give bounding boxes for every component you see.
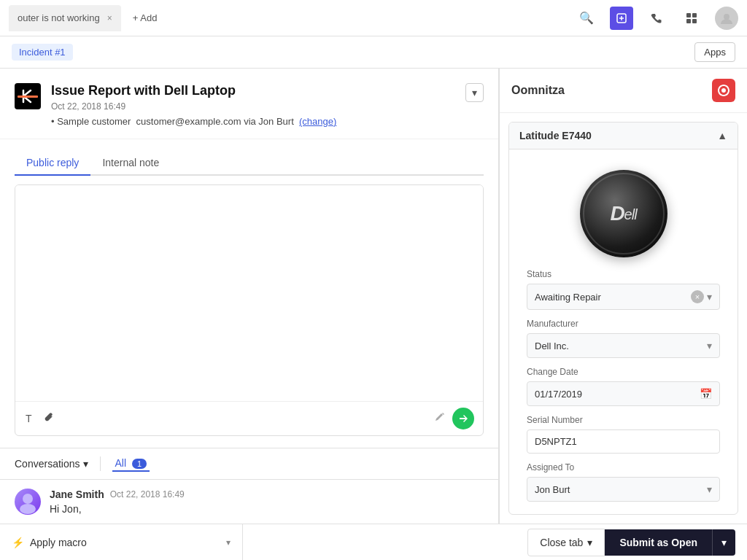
conversations-chevron: ▾	[83, 458, 88, 470]
change-date-value: 01/17/2019	[535, 389, 700, 400]
phone-icon[interactable]	[645, 7, 668, 30]
customer-email: customer@example.com via Jon Burt	[136, 116, 294, 127]
manufacturer-value: Dell Inc.	[535, 341, 707, 351]
message-item: Jane Smith Oct 22, 2018 16:49 Hi Jon,	[0, 480, 498, 524]
ticket-dropdown[interactable]: ▾	[465, 83, 484, 102]
svg-rect-6	[692, 19, 697, 23]
conversations-bar: Conversations ▾ All 1	[0, 448, 498, 480]
calendar-icon[interactable]: 📅	[700, 388, 712, 400]
dell-logo-container: Dell	[518, 158, 729, 269]
dell-ring	[583, 173, 665, 254]
apps-button[interactable]: Apps	[694, 42, 735, 62]
submit-chevron[interactable]: ▾	[712, 529, 735, 556]
search-icon[interactable]: 🔍	[575, 7, 598, 30]
sender-avatar	[15, 489, 41, 515]
ticket-info: Issue Report with Dell Laptop Oct 22, 20…	[51, 83, 455, 127]
reply-box: T	[15, 184, 484, 436]
nav-icons-group: 🔍	[575, 7, 738, 30]
dell-logo: Dell	[580, 170, 667, 257]
user-avatar[interactable]	[715, 7, 738, 30]
manufacturer-chevron[interactable]: ▾	[707, 340, 712, 351]
serial-field-group: Serial Number D5NPTZ1	[518, 415, 729, 462]
svg-point-7	[724, 14, 729, 20]
incident-badge[interactable]: Incident #1	[12, 44, 73, 61]
right-panel: Oomnitza Latitude E7440 ▲ Dell	[499, 69, 747, 524]
manufacturer-field-group: Manufacturer Dell Inc. ▾	[518, 319, 729, 367]
reply-area: Public reply Internal note T	[0, 139, 498, 448]
right-header: Oomnitza	[500, 69, 747, 113]
flash-icon[interactable]	[610, 7, 633, 30]
macro-chevron[interactable]: ▾	[226, 537, 231, 548]
status-label: Status	[527, 269, 720, 279]
message-meta: Jane Smith Oct 22, 2018 16:49	[50, 489, 484, 500]
macro-area: ⚡ Apply macro ▾	[0, 524, 243, 560]
assigned-label: Assigned To	[527, 462, 720, 472]
tab-internal-note[interactable]: Internal note	[90, 151, 171, 176]
ticket-brand-logo	[15, 83, 41, 109]
message-time: Oct 22, 2018 16:49	[110, 489, 185, 499]
active-tab[interactable]: outer is not working ×	[9, 5, 121, 31]
status-value: Awaiting Repair	[535, 292, 691, 303]
lightning-icon: ⚡	[12, 537, 24, 548]
clear-status-button[interactable]: ×	[691, 290, 704, 303]
tab-public-reply[interactable]: Public reply	[15, 151, 90, 176]
svg-rect-9	[18, 96, 38, 98]
status-input[interactable]: Awaiting Repair × ▾	[527, 284, 720, 310]
manufacturer-label: Manufacturer	[527, 319, 720, 329]
svg-rect-3	[686, 13, 691, 18]
action-area: Close tab ▾ Submit as Open ▾	[243, 529, 747, 556]
send-button[interactable]	[452, 408, 474, 429]
reply-format-tools: T	[24, 411, 55, 427]
divider	[100, 456, 101, 471]
latitude-section: Latitude E7440 ▲ Dell Status Awaiting Re…	[508, 122, 738, 515]
right-panel-title: Oomnitza	[511, 84, 565, 97]
top-navigation: outer is not working × + Add 🔍	[0, 0, 747, 36]
assigned-chevron[interactable]: ▾	[707, 483, 712, 495]
status-chevron[interactable]: ▾	[707, 291, 712, 303]
conversations-dropdown[interactable]: Conversations ▾	[15, 458, 88, 470]
change-date-input[interactable]: 01/17/2019 📅	[527, 381, 720, 406]
filter-tabs: All 1	[112, 456, 150, 472]
customer-prefix: • Sample customer	[51, 116, 131, 127]
all-badge: 1	[132, 459, 147, 469]
add-tab-button[interactable]: + Add	[127, 8, 163, 28]
ticket-customer: • Sample customer customer@example.com v…	[51, 116, 455, 127]
reply-textarea[interactable]	[15, 185, 483, 401]
close-tab-chevron: ▾	[587, 537, 592, 548]
message-content: Jane Smith Oct 22, 2018 16:49 Hi Jon,	[50, 489, 484, 515]
close-tab-icon[interactable]: ×	[107, 13, 112, 23]
message-text: Hi Jon,	[50, 503, 484, 515]
grid-icon[interactable]	[680, 7, 703, 30]
ticket-title: Issue Report with Dell Laptop	[51, 83, 455, 98]
breadcrumb-bar: Incident #1 Apps	[0, 36, 747, 69]
change-date-label: Change Date	[527, 367, 720, 377]
macro-left: ⚡ Apply macro	[12, 537, 87, 548]
signature-button[interactable]	[433, 411, 446, 427]
status-field-group: Status Awaiting Repair × ▾	[518, 269, 729, 319]
latitude-chevron-up[interactable]: ▲	[717, 130, 727, 141]
macro-label: Apply macro	[30, 537, 87, 548]
ticket-date: Oct 22, 2018 16:49	[51, 101, 455, 112]
change-link[interactable]: (change)	[299, 116, 336, 127]
brand-icon	[712, 79, 735, 102]
manufacturer-input[interactable]: Dell Inc. ▾	[527, 333, 720, 358]
latitude-body: Dell Status Awaiting Repair × ▾ Manufact…	[509, 149, 738, 515]
message-author: Jane Smith	[50, 489, 104, 500]
reply-footer: T	[15, 401, 483, 435]
bottom-bar: ⚡ Apply macro ▾ Close tab ▾ Submit as Op…	[0, 524, 747, 560]
add-tab-label: + Add	[133, 12, 158, 23]
close-tab-button[interactable]: Close tab ▾	[527, 529, 605, 556]
serial-input[interactable]: D5NPTZ1	[527, 429, 720, 454]
format-text-button[interactable]: T	[24, 411, 34, 427]
main-area: Issue Report with Dell Laptop Oct 22, 20…	[0, 69, 747, 524]
assigned-input[interactable]: Jon Burt ▾	[527, 477, 720, 502]
ticket-header: Issue Report with Dell Laptop Oct 22, 20…	[0, 69, 498, 139]
attach-button[interactable]	[42, 411, 55, 427]
filter-all[interactable]: All 1	[112, 456, 150, 472]
assigned-field-group: Assigned To Jon Burt ▾	[518, 462, 729, 510]
latitude-header: Latitude E7440 ▲	[509, 122, 738, 149]
serial-label: Serial Number	[527, 415, 720, 425]
close-tab-label: Close tab	[540, 537, 583, 548]
submit-button[interactable]: Submit as Open	[605, 529, 712, 556]
latitude-title: Latitude E7440	[519, 130, 592, 141]
